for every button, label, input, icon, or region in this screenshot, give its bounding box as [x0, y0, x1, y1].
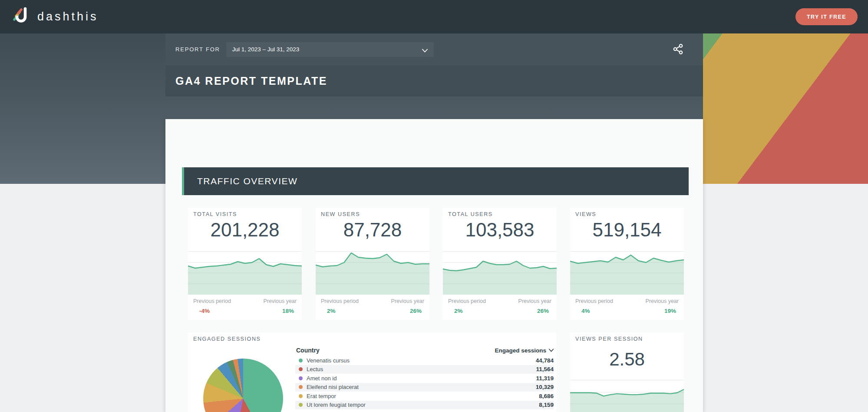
kpi-value: 519,154 [570, 219, 684, 241]
engaged-sessions-pie-chart [203, 359, 283, 412]
previous-year-value: 26% [537, 308, 549, 314]
kpi-widget: TOTAL USERS 103,583 Previous period Prev… [443, 208, 557, 320]
series-color-dot [299, 403, 303, 407]
table-row: Eleifend nisi placerat 10,329 [295, 383, 554, 392]
kpi-label: VIEWS [575, 211, 596, 217]
series-color-dot [299, 394, 303, 398]
brand[interactable]: dashthis [11, 7, 99, 27]
series-color-dot [299, 367, 303, 371]
previous-year-value: 18% [282, 308, 294, 314]
sort-chevron-down-icon [549, 349, 554, 352]
engaged-sessions-value: 8,686 [539, 393, 554, 399]
table-row: Lectus 11,564 [295, 365, 554, 374]
date-range-dropdown[interactable]: Jul 1, 2023 – Jul 31, 2023 [226, 42, 434, 57]
chevron-down-icon [422, 47, 428, 54]
report-header-band: REPORT FOR Jul 1, 2023 – Jul 31, 2023 [165, 33, 703, 65]
previous-period-value: 2% [327, 308, 336, 314]
series-color-dot [299, 385, 303, 389]
previous-year-label: Previous year [646, 298, 679, 304]
country-name: Amet non id [307, 375, 536, 382]
engaged-sessions-sort-header[interactable]: Engaged sessions [495, 347, 554, 354]
kpi-sparkline-chart [316, 251, 429, 295]
country-column-header: Country [295, 347, 320, 354]
kpi-value: 87,728 [316, 219, 429, 241]
date-range-value: Jul 1, 2023 – Jul 31, 2023 [232, 46, 300, 53]
previous-period-label: Previous period [193, 298, 231, 304]
engaged-sessions-value: 11,319 [536, 375, 554, 382]
kpi-sparkline-chart [570, 251, 684, 295]
views-per-session-widget: VIEWS PER SESSION 2.58 [570, 332, 684, 412]
kpi-widget: NEW USERS 87,728 Previous period Previou… [316, 208, 429, 320]
previous-period-value: 4% [581, 308, 590, 314]
country-name: Ut lorem feugiat tempor [307, 402, 539, 408]
kpi-label: NEW USERS [321, 211, 360, 217]
kpi-sparkline-chart [443, 251, 557, 295]
engaged-sessions-value: 44,784 [536, 357, 554, 364]
page: dashthis TRY IT FREE REPORT FOR Jul 1, 2… [0, 0, 868, 412]
share-icon [673, 43, 684, 55]
widget-label: ENGAGED SESSIONS [193, 336, 261, 342]
country-name: Venenatis cursus [307, 357, 536, 364]
previous-period-label: Previous period [575, 298, 613, 304]
report-for-label: REPORT FOR [175, 46, 220, 53]
table-row: Venenatis cursus 44,784 [295, 356, 554, 365]
table-row: Amet non id 11,319 [295, 374, 554, 383]
brand-name: dashthis [37, 10, 99, 23]
series-color-dot [299, 359, 303, 362]
engaged-sessions-value: 10,329 [536, 384, 554, 390]
previous-year-label: Previous year [391, 298, 424, 304]
kpi-widget: VIEWS 519,154 Previous period Previous y… [570, 208, 684, 320]
country-name: Eleifend nisi placerat [307, 384, 536, 390]
previous-year-value: 19% [664, 308, 676, 314]
previous-year-label: Previous year [264, 298, 297, 304]
previous-period-value: 2% [454, 308, 463, 314]
previous-year-label: Previous year [518, 298, 551, 304]
top-navbar: dashthis TRY IT FREE [0, 0, 868, 33]
share-button[interactable] [672, 43, 685, 56]
engaged-sessions-widget: ENGAGED SESSIONS Country Engaged session… [188, 332, 556, 412]
engaged-sessions-value: 11,564 [536, 366, 554, 372]
previous-period-label: Previous period [321, 298, 359, 304]
engaged-sessions-value: 8,159 [539, 402, 554, 408]
views-per-session-value: 2.58 [570, 349, 684, 370]
try-it-free-button[interactable]: TRY IT FREE [795, 8, 858, 25]
widget-label: VIEWS PER SESSION [575, 336, 643, 342]
kpi-value: 103,583 [443, 219, 557, 241]
previous-year-value: 26% [410, 308, 422, 314]
table-row: Ut lorem feugiat tempor 8,159 [295, 401, 554, 410]
country-name: Lectus [307, 366, 536, 372]
report-title-band: GA4 REPORT TEMPLATE [165, 65, 703, 96]
kpi-value: 201,228 [188, 219, 302, 241]
kpi-widget: TOTAL VISITS 201,228 Previous period Pre… [188, 208, 302, 320]
series-color-dot [299, 376, 303, 380]
country-table: Country Engaged sessions Venenatis cursu… [295, 345, 554, 409]
hero-color-stripes [703, 33, 868, 184]
kpi-label: TOTAL USERS [448, 211, 493, 217]
section-header: TRAFFIC OVERVIEW [182, 167, 689, 195]
previous-period-label: Previous period [448, 298, 486, 304]
views-per-session-sparkline-chart [570, 380, 684, 412]
kpi-sparkline-chart [188, 251, 302, 295]
table-row: Erat tempor 8,686 [295, 392, 554, 401]
previous-period-value: -4% [199, 308, 210, 314]
country-name: Erat tempor [307, 393, 539, 399]
dashthis-logo-icon [11, 7, 30, 27]
kpi-label: TOTAL VISITS [193, 211, 237, 217]
section-title: TRAFFIC OVERVIEW [197, 176, 297, 186]
report-title: GA4 REPORT TEMPLATE [175, 75, 327, 87]
report-card: TRAFFIC OVERVIEW TOTAL VISITS 201,228 Pr… [165, 119, 703, 412]
